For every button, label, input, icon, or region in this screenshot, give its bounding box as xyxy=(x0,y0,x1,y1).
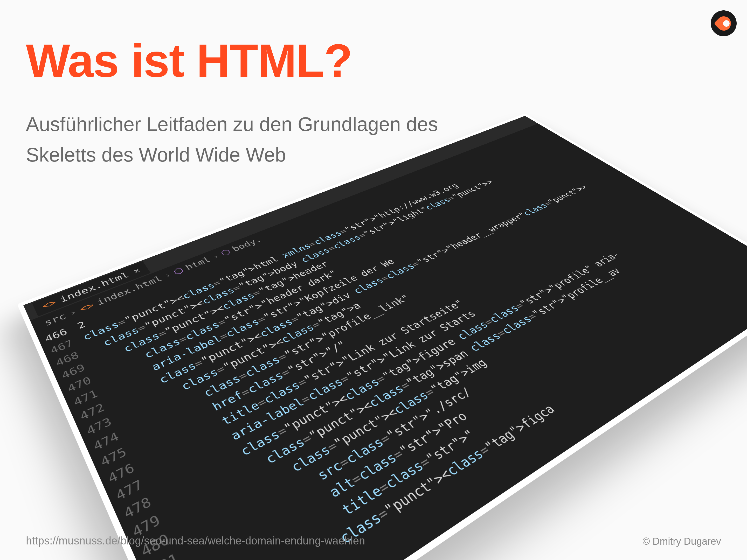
footer-url: https://musnuss.de/blog/seo-und-sea/welc… xyxy=(26,535,365,547)
editor-3d-stage: <> index.html × src › <> index.html › ⬡ … xyxy=(52,156,747,560)
code-area[interactable]: 4664674684694704714724734744754764774784… xyxy=(36,130,747,560)
credit-text: © Dmitry Dugarev xyxy=(643,536,721,547)
code-editor-panel: <> index.html × src › <> index.html › ⬡ … xyxy=(17,113,747,560)
close-icon[interactable]: × xyxy=(132,266,142,275)
page-title: Was ist HTML? xyxy=(26,34,352,87)
brand-logo xyxy=(711,10,737,36)
symbol-icon: ⬡ xyxy=(219,247,233,258)
chevron-right-icon: › xyxy=(210,252,222,261)
html-file-icon: <> xyxy=(41,298,58,311)
symbol-icon: ⬡ xyxy=(172,266,185,277)
chevron-right-icon: › xyxy=(68,307,79,318)
acorn-icon xyxy=(714,13,734,33)
chevron-right-icon: › xyxy=(162,270,173,280)
code-lines[interactable]: 2class="punct"><class="tag">html xmlns=c… xyxy=(75,144,747,560)
